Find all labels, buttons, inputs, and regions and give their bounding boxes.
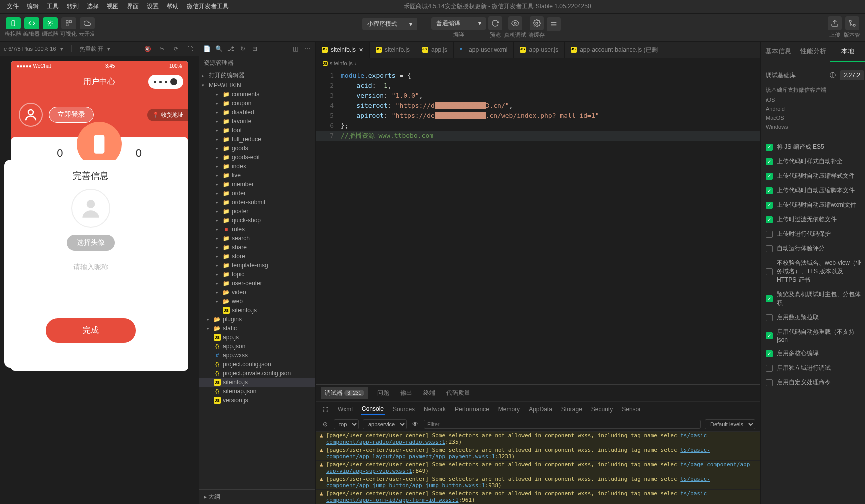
menu-select[interactable]: 选择 xyxy=(83,0,103,13)
checkbox[interactable]: ✓ xyxy=(766,216,773,223)
checkbox[interactable] xyxy=(766,231,773,238)
tree-item[interactable]: ▸📁foot xyxy=(199,126,315,135)
menu-help[interactable]: 帮助 xyxy=(163,0,183,13)
tree-item[interactable]: ▸📁template-msg xyxy=(199,261,315,270)
tree-item[interactable]: ▸📁order-submit xyxy=(199,198,315,207)
checkbox[interactable] xyxy=(766,245,773,252)
tree-item[interactable]: ▸■rules xyxy=(199,225,315,234)
tree-item[interactable]: ▸📁member xyxy=(199,180,315,189)
tree-item[interactable]: {}project.config.json xyxy=(199,360,315,369)
choose-avatar-button[interactable]: 选择头像 xyxy=(67,235,115,251)
context-select[interactable]: appservice xyxy=(363,419,407,429)
checkbox[interactable]: ✓ xyxy=(766,295,773,302)
tab-console[interactable]: Console xyxy=(361,404,385,415)
expand-icon[interactable]: ⛶ xyxy=(185,46,195,52)
tree-item[interactable]: ▸📁poster xyxy=(199,207,315,216)
tab-issues[interactable]: 问题 xyxy=(375,387,391,399)
checkbox[interactable] xyxy=(766,365,773,372)
checkbox[interactable] xyxy=(766,314,773,321)
search-icon[interactable]: 🔍 xyxy=(214,45,224,52)
capsule-button[interactable] xyxy=(148,75,183,89)
tab-debugger[interactable]: 调试器 3, 231 xyxy=(321,387,368,399)
visual-toggle[interactable] xyxy=(61,17,76,29)
refresh-icon[interactable]: ↻ xyxy=(238,45,248,52)
tree-item[interactable]: ▸📁index xyxy=(199,162,315,171)
setting-option[interactable]: ✓上传代码时样式自动补全 xyxy=(766,154,864,169)
nickname-input[interactable] xyxy=(30,258,152,276)
editor-tab[interactable]: JSsiteinfo.js✕ xyxy=(316,42,370,58)
tree-item[interactable]: ▸📂video xyxy=(199,288,315,297)
tree-item[interactable]: ▸📁topic xyxy=(199,270,315,279)
tree-item[interactable]: {}project.private.config.json xyxy=(199,369,315,378)
tab-appdata[interactable]: AppData xyxy=(528,404,553,414)
editor-tab[interactable]: JSapp-account-balance.js (已删 xyxy=(565,42,664,58)
tree-item[interactable]: ▸📁live xyxy=(199,171,315,180)
tree-item[interactable]: #app.wxss xyxy=(199,351,315,360)
setting-option[interactable]: ✓上传代码时自动压缩脚本文件 xyxy=(766,183,864,198)
tree-item[interactable]: ▸📁search xyxy=(199,234,315,243)
device-selector[interactable]: e 6/7/8 Plus 100% 16 xyxy=(4,46,56,52)
console-output[interactable]: ▲[pages/user-center/user-center] Some se… xyxy=(316,432,760,504)
tree-item[interactable]: ▸📁disabled xyxy=(199,108,315,117)
tree-item[interactable]: JSsiteinfo.js xyxy=(199,306,315,315)
branch-icon[interactable]: ⎇ xyxy=(226,45,236,52)
checkbox[interactable]: ✓ xyxy=(766,350,773,357)
stack-button[interactable] xyxy=(547,17,561,31)
checkbox[interactable]: ✓ xyxy=(766,158,773,165)
tab-wxml[interactable]: Wxml xyxy=(337,404,354,414)
tree-item[interactable]: ▸📁quick-shop xyxy=(199,216,315,225)
tab-local[interactable]: 本地 xyxy=(830,42,865,62)
tree-item[interactable]: ▸📁store xyxy=(199,252,315,261)
editor-toggle[interactable] xyxy=(24,17,39,29)
tab-performance[interactable]: Performance xyxy=(454,404,490,414)
menu-goto[interactable]: 转到 xyxy=(63,0,83,13)
tree-item[interactable]: JSversion.js xyxy=(199,396,315,405)
layout-icon[interactable]: ◫ xyxy=(290,45,300,52)
context-select-top[interactable]: top xyxy=(334,419,359,429)
setting-option[interactable]: 上传时进行代码保护 xyxy=(766,227,864,241)
filter-input[interactable] xyxy=(424,420,701,429)
tree-item[interactable]: JSsiteinfo.js xyxy=(199,378,315,387)
editor-tab[interactable]: JSapp-user.js xyxy=(514,42,565,58)
setting-option[interactable]: ✓上传时过滤无依赖文件 xyxy=(766,212,864,227)
debugger-toggle[interactable] xyxy=(43,17,58,29)
tab-network[interactable]: Network xyxy=(423,404,447,414)
tab-security[interactable]: Security xyxy=(590,404,614,414)
preview-button[interactable] xyxy=(488,16,502,30)
setting-option[interactable]: 自动运行体验评分 xyxy=(766,241,864,256)
checkbox[interactable]: ✓ xyxy=(766,173,773,180)
tab-basic-info[interactable]: 基本信息 xyxy=(761,42,796,62)
setting-option[interactable]: ✓预览及真机调试时主包、分包体积 xyxy=(766,287,864,310)
collapse-icon[interactable]: ⊟ xyxy=(250,45,260,52)
setting-option[interactable]: ✓上传代码时自动压缩样式文件 xyxy=(766,169,864,183)
setting-option[interactable]: 启用数据预拉取 xyxy=(766,310,864,325)
tree-item[interactable]: ▸📂plugins xyxy=(199,315,315,324)
checkbox[interactable]: ✓ xyxy=(766,202,773,209)
setting-option[interactable]: 不校验合法域名、web-view（业务域名）、TLS 版本以及 HTTPS 证书 xyxy=(766,256,864,287)
setting-option[interactable]: ✓上传代码时自动压缩wxml文件 xyxy=(766,198,864,212)
menu-devtools[interactable]: 微信开发者工具 xyxy=(183,0,233,13)
editor-tab[interactable]: JSsiteinfo.js xyxy=(370,42,416,58)
tree-item[interactable]: ▸📁share xyxy=(199,243,315,252)
compile-dropdown[interactable]: 普通编译▾ xyxy=(431,17,486,30)
tab-sources[interactable]: Sources xyxy=(392,404,416,414)
tree-root[interactable]: ▾MP-WEIXIN xyxy=(199,81,315,90)
screenshot-icon[interactable]: ✂ xyxy=(157,46,167,52)
editor-tab[interactable]: JSapp.js xyxy=(416,42,454,58)
tree-item[interactable]: JSapp.js xyxy=(199,333,315,342)
login-button[interactable]: 立即登录 xyxy=(49,107,94,123)
tree-item[interactable]: ▸📁user-center xyxy=(199,279,315,288)
checkbox[interactable] xyxy=(766,379,773,386)
inspect-icon[interactable]: ⬚ xyxy=(321,406,330,413)
tab-storage[interactable]: Storage xyxy=(560,404,583,414)
setting-option[interactable]: ✓将 JS 编译成 ES5 xyxy=(766,140,864,154)
file-tree[interactable]: ▸打开的编辑器 ▾MP-WEIXIN ▸📁comments▸📁coupon▸📁d… xyxy=(199,70,315,489)
cloud-toggle[interactable] xyxy=(80,17,95,29)
upload-button[interactable] xyxy=(828,16,842,30)
menu-tools[interactable]: 工具 xyxy=(43,0,63,13)
close-icon[interactable]: ✕ xyxy=(359,47,363,53)
tree-item[interactable]: ▸📂web xyxy=(199,297,315,306)
checkbox[interactable]: ✓ xyxy=(766,187,773,194)
checkbox[interactable]: ✓ xyxy=(766,332,773,339)
tree-item[interactable]: {}app.json xyxy=(199,342,315,351)
